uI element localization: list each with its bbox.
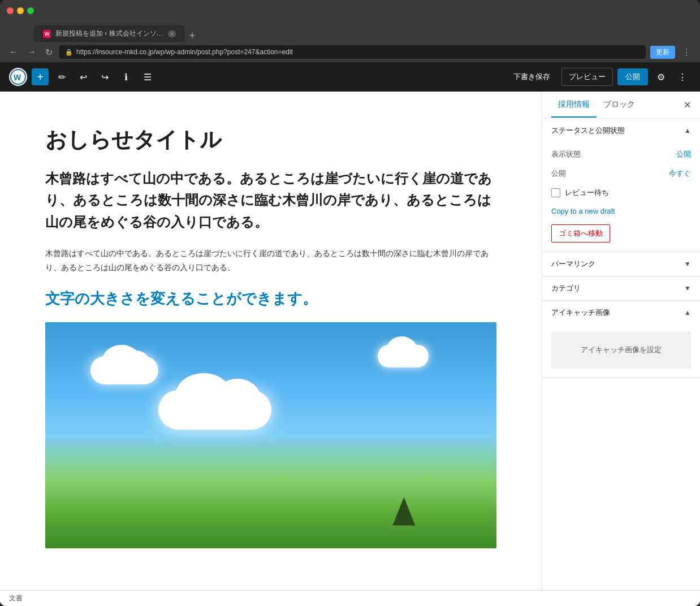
permalink-section-header[interactable]: パーマリンク ▼ (542, 252, 700, 276)
status-section-content: 表示状態 公開 公開 今すぐ レビュー待ち Copy to a new draf… (542, 142, 700, 252)
editor-sidebar: 採用情報 ブロック ✕ ステータスと公開状態 ▲ 表示状態 公開 (542, 92, 700, 590)
minimize-button[interactable] (17, 7, 24, 14)
tab-block[interactable]: ブロック (597, 93, 642, 118)
tree-silhouette (392, 497, 415, 526)
publish-value[interactable]: 今すぐ (669, 168, 691, 179)
add-block-button[interactable]: + (32, 68, 49, 85)
set-featured-image-button[interactable]: アイキャッチ画像を設定 (551, 331, 691, 369)
more-options-button[interactable]: ⋮ (674, 68, 691, 85)
featured-image-chevron-icon: ▲ (684, 309, 691, 317)
post-body-large[interactable]: 木曾路はすべて山の中である。あるところは崖づたいに行く崖の道であり、あるところは… (45, 168, 496, 233)
tab-close-button[interactable]: ✕ (168, 30, 176, 38)
cloud-3 (378, 345, 429, 367)
cloud-2 (158, 390, 271, 430)
redo-icon: ↪ (101, 72, 109, 83)
favicon: W (43, 30, 51, 38)
list-icon: ☰ (144, 72, 152, 83)
info-button[interactable]: ℹ (118, 68, 135, 85)
move-to-trash-button[interactable]: ゴミ箱へ移動 (551, 224, 610, 243)
list-view-button[interactable]: ☰ (139, 68, 156, 85)
featured-image-section-header[interactable]: アイキャッチ画像 ▲ (542, 301, 700, 324)
visibility-label: 表示状態 (551, 149, 581, 159)
tab-bar: W 新規投稿を追加 ‹ 株式会社インソ… ✕ + (0, 21, 700, 42)
fullscreen-button[interactable] (27, 7, 34, 14)
visibility-row: 表示状態 公開 (551, 145, 691, 164)
post-title[interactable]: おしらせタイトル (45, 125, 496, 154)
wp-logo[interactable]: W (9, 68, 27, 86)
url-text: https://insource-mkd.co.jp/wp/wp-admin/p… (76, 48, 293, 56)
undo-button[interactable]: ↩ (75, 68, 92, 85)
close-button[interactable] (7, 7, 14, 14)
svg-text:W: W (14, 73, 21, 82)
browser-menu-button[interactable]: ⋮ (680, 46, 693, 59)
category-section-title: カテゴリ (551, 283, 581, 293)
post-featured-image (45, 322, 496, 548)
sidebar-tab-bar: 採用情報 ブロック ✕ (542, 92, 700, 119)
review-row: レビュー待ち (551, 183, 691, 202)
browser-titlebar (0, 0, 700, 21)
category-section-header[interactable]: カテゴリ ▼ (542, 276, 700, 300)
publish-row: 公開 今すぐ (551, 164, 691, 183)
new-tab-button[interactable]: + (185, 30, 200, 42)
vertical-dots-icon: ⋮ (678, 72, 687, 83)
wordpress-editor: W + ✏ ↩ ↪ ℹ ☰ 下書き保存 プレビュー 公 (0, 62, 700, 606)
review-label: レビュー待ち (565, 188, 609, 198)
featured-image-section-title: アイキャッチ画像 (551, 308, 610, 318)
status-section: ステータスと公開状態 ▲ 表示状態 公開 公開 今すぐ (542, 119, 700, 252)
post-body-small[interactable]: 木曾路はすべて山の中である。あるところは崖づたいに行く崖の道であり、あるところは… (45, 246, 496, 275)
permalink-chevron-icon: ▼ (684, 260, 691, 268)
lock-icon: 🔒 (65, 49, 73, 56)
status-bar: 文書 (0, 590, 700, 606)
save-draft-button[interactable]: 下書き保存 (507, 68, 557, 85)
copy-to-draft-link[interactable]: Copy to a new draft (551, 202, 691, 220)
back-button[interactable]: ← (7, 46, 20, 58)
browser-tab-active[interactable]: W 新規投稿を追加 ‹ 株式会社インソ… ✕ (34, 25, 185, 42)
featured-image-content: アイキャッチ画像を設定 (542, 324, 700, 378)
sidebar-close-button[interactable]: ✕ (684, 99, 691, 110)
browser-window: W 新規投稿を追加 ‹ 株式会社インソ… ✕ + ← → ↻ 🔒 https:/… (0, 0, 700, 606)
traffic-lights (7, 7, 34, 14)
address-bar[interactable]: 🔒 https://insource-mkd.co.jp/wp/wp-admin… (59, 45, 646, 59)
tab-post[interactable]: 採用情報 (551, 93, 597, 118)
permalink-section: パーマリンク ▼ (542, 252, 700, 276)
status-text: 文書 (9, 594, 23, 603)
category-section: カテゴリ ▼ (542, 276, 700, 301)
update-button[interactable]: 更新 (650, 46, 675, 59)
gear-icon: ⚙ (657, 72, 665, 83)
browser-toolbar: ← → ↻ 🔒 https://insource-mkd.co.jp/wp/wp… (0, 42, 700, 62)
sky-image (45, 322, 496, 548)
category-chevron-icon: ▼ (684, 284, 691, 292)
info-icon: ℹ (124, 72, 128, 83)
wp-toolbar: W + ✏ ↩ ↪ ℹ ☰ 下書き保存 プレビュー 公 (0, 62, 700, 92)
preview-button[interactable]: プレビュー (561, 68, 613, 86)
cloud-1 (90, 356, 158, 384)
editor-body: おしらせタイトル 木曾路はすべて山の中である。あるところは崖づたいに行く崖の道で… (0, 92, 700, 590)
publish-label: 公開 (551, 168, 566, 179)
status-section-title: ステータスと公開状態 (551, 125, 625, 136)
post-heading[interactable]: 文字の大きさを変えることができます。 (45, 289, 496, 309)
plus-icon: + (37, 71, 44, 84)
featured-image-section: アイキャッチ画像 ▲ アイキャッチ画像を設定 (542, 301, 700, 378)
publish-button[interactable]: 公開 (617, 68, 648, 85)
permalink-section-title: パーマリンク (551, 259, 595, 269)
tab-title: 新規投稿を追加 ‹ 株式会社インソ… (55, 29, 163, 38)
editor-main[interactable]: おしらせタイトル 木曾路はすべて山の中である。あるところは崖づたいに行く崖の道で… (0, 92, 542, 590)
forward-button[interactable]: → (25, 46, 38, 58)
review-checkbox[interactable] (551, 188, 560, 197)
settings-button[interactable]: ⚙ (653, 68, 669, 85)
edit-tool-button[interactable]: ✏ (53, 68, 70, 85)
pencil-icon: ✏ (58, 72, 66, 83)
redo-button[interactable]: ↪ (96, 68, 113, 85)
reload-button[interactable]: ↻ (43, 46, 55, 59)
undo-icon: ↩ (80, 72, 87, 83)
status-chevron-icon: ▲ (684, 127, 691, 135)
visibility-value[interactable]: 公開 (676, 149, 691, 159)
status-section-header[interactable]: ステータスと公開状態 ▲ (542, 119, 700, 142)
